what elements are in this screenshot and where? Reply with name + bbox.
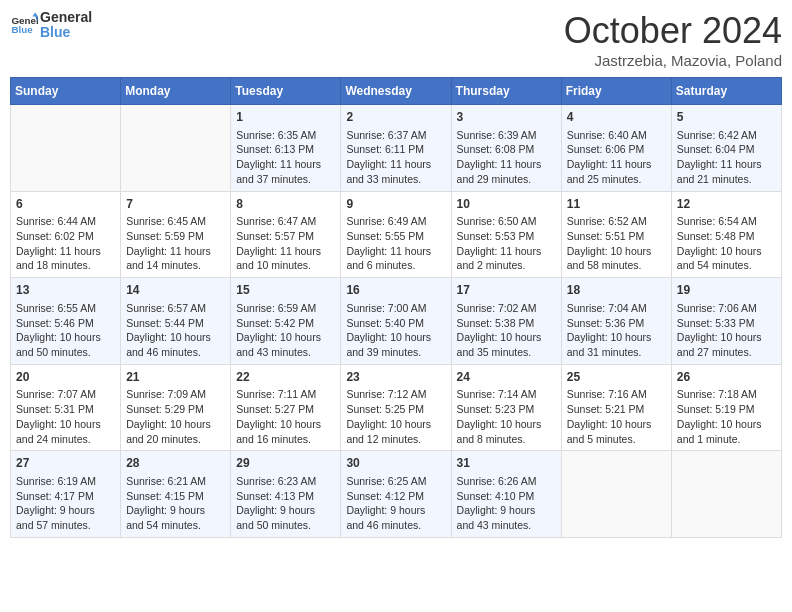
day-number: 1 — [236, 109, 335, 126]
weekday-header-cell: Friday — [561, 78, 671, 105]
day-number: 5 — [677, 109, 776, 126]
day-info: Sunrise: 6:54 AM Sunset: 5:48 PM Dayligh… — [677, 214, 776, 273]
day-info: Sunrise: 6:21 AM Sunset: 4:15 PM Dayligh… — [126, 474, 225, 533]
day-info: Sunrise: 6:19 AM Sunset: 4:17 PM Dayligh… — [16, 474, 115, 533]
weekday-header-cell: Wednesday — [341, 78, 451, 105]
day-number: 7 — [126, 196, 225, 213]
calendar-day-cell — [121, 105, 231, 192]
day-info: Sunrise: 7:11 AM Sunset: 5:27 PM Dayligh… — [236, 387, 335, 446]
calendar-day-cell: 13Sunrise: 6:55 AM Sunset: 5:46 PM Dayli… — [11, 278, 121, 365]
calendar-day-cell: 18Sunrise: 7:04 AM Sunset: 5:36 PM Dayli… — [561, 278, 671, 365]
day-number: 15 — [236, 282, 335, 299]
day-number: 9 — [346, 196, 445, 213]
logo: General Blue General Blue — [10, 10, 92, 41]
day-number: 4 — [567, 109, 666, 126]
calendar-day-cell: 29Sunrise: 6:23 AM Sunset: 4:13 PM Dayli… — [231, 451, 341, 538]
day-info: Sunrise: 6:35 AM Sunset: 6:13 PM Dayligh… — [236, 128, 335, 187]
day-info: Sunrise: 6:52 AM Sunset: 5:51 PM Dayligh… — [567, 214, 666, 273]
weekday-header-cell: Tuesday — [231, 78, 341, 105]
day-number: 2 — [346, 109, 445, 126]
calendar-day-cell: 19Sunrise: 7:06 AM Sunset: 5:33 PM Dayli… — [671, 278, 781, 365]
calendar-week-row: 1Sunrise: 6:35 AM Sunset: 6:13 PM Daylig… — [11, 105, 782, 192]
calendar-day-cell: 4Sunrise: 6:40 AM Sunset: 6:06 PM Daylig… — [561, 105, 671, 192]
svg-text:Blue: Blue — [11, 25, 33, 36]
calendar-day-cell: 9Sunrise: 6:49 AM Sunset: 5:55 PM Daylig… — [341, 191, 451, 278]
calendar-day-cell: 22Sunrise: 7:11 AM Sunset: 5:27 PM Dayli… — [231, 364, 341, 451]
day-info: Sunrise: 7:02 AM Sunset: 5:38 PM Dayligh… — [457, 301, 556, 360]
day-info: Sunrise: 7:07 AM Sunset: 5:31 PM Dayligh… — [16, 387, 115, 446]
day-info: Sunrise: 6:55 AM Sunset: 5:46 PM Dayligh… — [16, 301, 115, 360]
logo-text-blue: Blue — [40, 25, 92, 40]
day-info: Sunrise: 6:44 AM Sunset: 6:02 PM Dayligh… — [16, 214, 115, 273]
calendar-day-cell: 23Sunrise: 7:12 AM Sunset: 5:25 PM Dayli… — [341, 364, 451, 451]
day-info: Sunrise: 7:04 AM Sunset: 5:36 PM Dayligh… — [567, 301, 666, 360]
logo-text-general: General — [40, 10, 92, 25]
month-title: October 2024 — [564, 10, 782, 52]
day-info: Sunrise: 7:12 AM Sunset: 5:25 PM Dayligh… — [346, 387, 445, 446]
calendar-day-cell: 10Sunrise: 6:50 AM Sunset: 5:53 PM Dayli… — [451, 191, 561, 278]
calendar-day-cell: 12Sunrise: 6:54 AM Sunset: 5:48 PM Dayli… — [671, 191, 781, 278]
location-subtitle: Jastrzebia, Mazovia, Poland — [564, 52, 782, 69]
calendar-day-cell: 28Sunrise: 6:21 AM Sunset: 4:15 PM Dayli… — [121, 451, 231, 538]
calendar-body: 1Sunrise: 6:35 AM Sunset: 6:13 PM Daylig… — [11, 105, 782, 538]
calendar-day-cell: 11Sunrise: 6:52 AM Sunset: 5:51 PM Dayli… — [561, 191, 671, 278]
day-info: Sunrise: 7:06 AM Sunset: 5:33 PM Dayligh… — [677, 301, 776, 360]
calendar-day-cell: 20Sunrise: 7:07 AM Sunset: 5:31 PM Dayli… — [11, 364, 121, 451]
day-number: 17 — [457, 282, 556, 299]
logo-icon: General Blue — [10, 11, 38, 39]
day-info: Sunrise: 7:18 AM Sunset: 5:19 PM Dayligh… — [677, 387, 776, 446]
calendar-week-row: 27Sunrise: 6:19 AM Sunset: 4:17 PM Dayli… — [11, 451, 782, 538]
day-number: 10 — [457, 196, 556, 213]
day-number: 28 — [126, 455, 225, 472]
weekday-header-cell: Monday — [121, 78, 231, 105]
calendar-day-cell: 25Sunrise: 7:16 AM Sunset: 5:21 PM Dayli… — [561, 364, 671, 451]
day-number: 30 — [346, 455, 445, 472]
weekday-header-cell: Thursday — [451, 78, 561, 105]
calendar-day-cell: 5Sunrise: 6:42 AM Sunset: 6:04 PM Daylig… — [671, 105, 781, 192]
calendar-week-row: 6Sunrise: 6:44 AM Sunset: 6:02 PM Daylig… — [11, 191, 782, 278]
calendar-day-cell: 17Sunrise: 7:02 AM Sunset: 5:38 PM Dayli… — [451, 278, 561, 365]
calendar-day-cell: 2Sunrise: 6:37 AM Sunset: 6:11 PM Daylig… — [341, 105, 451, 192]
calendar-day-cell — [11, 105, 121, 192]
day-number: 18 — [567, 282, 666, 299]
day-number: 14 — [126, 282, 225, 299]
day-info: Sunrise: 6:57 AM Sunset: 5:44 PM Dayligh… — [126, 301, 225, 360]
calendar-day-cell: 16Sunrise: 7:00 AM Sunset: 5:40 PM Dayli… — [341, 278, 451, 365]
day-number: 6 — [16, 196, 115, 213]
calendar-day-cell: 24Sunrise: 7:14 AM Sunset: 5:23 PM Dayli… — [451, 364, 561, 451]
calendar-day-cell: 1Sunrise: 6:35 AM Sunset: 6:13 PM Daylig… — [231, 105, 341, 192]
day-info: Sunrise: 6:45 AM Sunset: 5:59 PM Dayligh… — [126, 214, 225, 273]
day-number: 8 — [236, 196, 335, 213]
day-number: 25 — [567, 369, 666, 386]
day-number: 11 — [567, 196, 666, 213]
day-number: 23 — [346, 369, 445, 386]
calendar-day-cell: 8Sunrise: 6:47 AM Sunset: 5:57 PM Daylig… — [231, 191, 341, 278]
day-info: Sunrise: 6:42 AM Sunset: 6:04 PM Dayligh… — [677, 128, 776, 187]
calendar-day-cell: 14Sunrise: 6:57 AM Sunset: 5:44 PM Dayli… — [121, 278, 231, 365]
calendar-day-cell: 30Sunrise: 6:25 AM Sunset: 4:12 PM Dayli… — [341, 451, 451, 538]
day-info: Sunrise: 7:09 AM Sunset: 5:29 PM Dayligh… — [126, 387, 225, 446]
day-number: 26 — [677, 369, 776, 386]
calendar-day-cell — [561, 451, 671, 538]
day-info: Sunrise: 7:16 AM Sunset: 5:21 PM Dayligh… — [567, 387, 666, 446]
day-number: 24 — [457, 369, 556, 386]
day-info: Sunrise: 6:59 AM Sunset: 5:42 PM Dayligh… — [236, 301, 335, 360]
calendar-day-cell: 7Sunrise: 6:45 AM Sunset: 5:59 PM Daylig… — [121, 191, 231, 278]
day-info: Sunrise: 6:26 AM Sunset: 4:10 PM Dayligh… — [457, 474, 556, 533]
day-number: 3 — [457, 109, 556, 126]
calendar-day-cell: 15Sunrise: 6:59 AM Sunset: 5:42 PM Dayli… — [231, 278, 341, 365]
calendar-day-cell — [671, 451, 781, 538]
day-number: 22 — [236, 369, 335, 386]
day-number: 16 — [346, 282, 445, 299]
calendar-day-cell: 27Sunrise: 6:19 AM Sunset: 4:17 PM Dayli… — [11, 451, 121, 538]
day-info: Sunrise: 6:25 AM Sunset: 4:12 PM Dayligh… — [346, 474, 445, 533]
calendar-week-row: 13Sunrise: 6:55 AM Sunset: 5:46 PM Dayli… — [11, 278, 782, 365]
day-info: Sunrise: 7:00 AM Sunset: 5:40 PM Dayligh… — [346, 301, 445, 360]
title-section: October 2024 Jastrzebia, Mazovia, Poland — [564, 10, 782, 69]
day-number: 13 — [16, 282, 115, 299]
day-info: Sunrise: 7:14 AM Sunset: 5:23 PM Dayligh… — [457, 387, 556, 446]
weekday-header-cell: Sunday — [11, 78, 121, 105]
calendar-day-cell: 3Sunrise: 6:39 AM Sunset: 6:08 PM Daylig… — [451, 105, 561, 192]
day-number: 29 — [236, 455, 335, 472]
calendar-table: SundayMondayTuesdayWednesdayThursdayFrid… — [10, 77, 782, 538]
